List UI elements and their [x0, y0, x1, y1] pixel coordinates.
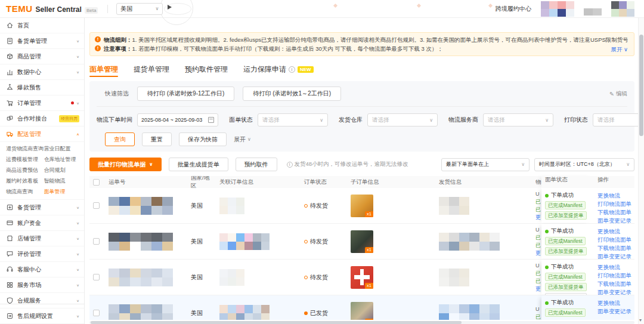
tab-1[interactable]: 提货单管理	[134, 62, 169, 76]
redacted-user-avatar[interactable]	[611, 1, 634, 17]
edit-quick-filter-link[interactable]: ✎ 编辑	[609, 90, 627, 98]
action-link[interactable]: 面单变更记录	[597, 307, 631, 315]
sidebar-item-4[interactable]: 爆款预售	[0, 80, 84, 95]
sidebar-subitem[interactable]: 面单管理	[44, 186, 82, 197]
row-checkbox[interactable]	[93, 238, 100, 245]
success-dot	[545, 230, 549, 233]
region-select[interactable]: 美国 ∨	[116, 3, 163, 15]
filter-select-1[interactable]: 请选择∨	[367, 113, 438, 126]
action-link[interactable]: 下载物流面单	[597, 208, 631, 216]
date-range-input[interactable]: 2025-08-04 ~ 2025-09-03	[137, 113, 218, 126]
vertical-scrollbar-thumb[interactable]	[639, 35, 643, 136]
brand[interactable]: TEMU Seller Central Beta	[0, 4, 98, 14]
sidebar-subitem[interactable]: 智能物流	[44, 175, 82, 186]
sidebar-item-13[interactable]: 服务市场∨	[0, 277, 84, 293]
sidebar-item-1[interactable]: 备货单管理∨	[0, 33, 84, 49]
sidebar-subitem[interactable]: 履约时效看板	[6, 175, 44, 186]
select-all-checkbox[interactable]	[93, 179, 100, 186]
sidebar-item-6[interactable]: 合作对接台经营日历	[0, 111, 84, 126]
product-thumbnail-dark-photo-frame[interactable]: x1	[351, 230, 373, 253]
reset-button[interactable]: 重置	[142, 132, 172, 146]
action-link[interactable]: 面单变更记录	[597, 288, 631, 295]
mosaic-cell	[261, 233, 270, 242]
mosaic-cell	[449, 242, 459, 251]
tab-3[interactable]: 运力保障申请iNEW	[243, 62, 314, 76]
sidebar-item-7[interactable]: 配送管理∧	[0, 126, 84, 142]
sidebar-item-2[interactable]: 商品管理∨	[0, 49, 84, 64]
tab-2[interactable]: 预约取件管理	[185, 62, 228, 76]
row-checkbox[interactable]	[93, 310, 100, 316]
sidebar-item-8[interactable]: 备货管理∨	[0, 200, 84, 215]
horizontal-scrollbar[interactable]	[89, 321, 634, 324]
action-link[interactable]: 更换物流	[597, 227, 631, 235]
action-link[interactable]: 打印物流面单	[597, 236, 631, 243]
timezone-select[interactable]: 时间显示时区：UTC+8（北京） ∨	[534, 158, 634, 171]
mosaic-cell	[141, 269, 151, 277]
action-link[interactable]: 更换物流	[597, 263, 631, 271]
filter-select-0[interactable]: 请选择∨	[258, 113, 328, 126]
sidebar-item-5[interactable]: 订单管理∨	[0, 95, 84, 111]
sidebar-item-0[interactable]: 首页	[0, 18, 84, 33]
sidebar-item-label: 数据中心	[17, 68, 41, 76]
quick-filter-option-0[interactable]: 待打印 (承诺时效9-12工作日)	[137, 87, 234, 101]
sidebar-item-10[interactable]: 店铺管理∨	[0, 231, 84, 246]
mosaic-cell	[439, 242, 449, 251]
banner-expand-link[interactable]: 展开 ∨	[607, 46, 628, 54]
warning-icon: !	[95, 36, 101, 42]
collapse-sidebar-icon[interactable]: ⇤	[38, 310, 44, 318]
sub-order-cell: x1	[347, 188, 435, 223]
mosaic-cell	[151, 304, 162, 313]
query-button[interactable]: 查询	[105, 132, 135, 146]
action-link[interactable]: 下载物流面单	[597, 280, 631, 288]
vertical-scrollbar[interactable]: ▾	[638, 18, 644, 324]
sidebar-item-12[interactable]: 客服中心∨	[0, 262, 84, 277]
mosaic-cell	[228, 277, 236, 286]
appointment-pickup-button[interactable]: 预约取件	[236, 158, 277, 171]
action-link[interactable]: 面单变更记录	[597, 252, 631, 259]
sidebar-item-3[interactable]: 数据中心∨	[0, 64, 84, 80]
tab-0[interactable]: 面单管理	[89, 62, 118, 76]
sidebar-item-11[interactable]: 评价管理∨	[0, 246, 84, 262]
product-thumbnail-gold-artwork[interactable]: x1	[351, 195, 373, 217]
appointment-label: 预约取件	[244, 161, 268, 169]
filter-select-2[interactable]: 请选择∨	[483, 113, 553, 126]
label-status-text: 下单成功	[551, 263, 574, 271]
pencil-icon: ✎	[609, 91, 614, 97]
batch-print-label: 批量打印物流单据	[98, 161, 145, 169]
chevron-down-icon: ∨	[76, 101, 79, 104]
sidebar-subitem[interactable]: 合同规划	[44, 165, 82, 175]
action-link[interactable]: 打印物流面单	[597, 271, 631, 279]
batch-print-button[interactable]: 批量打印物流单据 ∨	[89, 158, 162, 171]
sidebar-subitem[interactable]: 运费模板管理	[6, 154, 44, 165]
action-link[interactable]: 打印物流面单	[597, 200, 631, 208]
redacted-store-avatar[interactable]	[541, 1, 574, 17]
mosaic-cell	[141, 242, 151, 251]
sidebar-subitem[interactable]: 营业日配置	[44, 143, 82, 154]
action-link[interactable]: 下载物流面单	[597, 244, 631, 252]
quick-filter-option-1[interactable]: 待打印 (承诺时效1～2工作日)	[243, 87, 341, 101]
action-link[interactable]: 更换物流	[597, 299, 631, 307]
batch-picklist-button[interactable]: 批量生成提货单	[169, 158, 228, 171]
product-thumbnail-framed-artwork[interactable]: x1	[351, 302, 373, 320]
clipped-line: U	[535, 306, 541, 313]
row-checkbox[interactable]	[93, 202, 100, 209]
mosaic-cell	[490, 233, 500, 242]
order-status: 待发货	[304, 273, 328, 282]
save-quick-filter-button[interactable]: 保存为快筛	[179, 132, 227, 146]
product-thumbnail-red-white-cross[interactable]: x1	[351, 266, 373, 289]
fulfillment-center-link[interactable]: 跨境履约中心	[496, 5, 531, 13]
order-status-text: 已发货	[310, 309, 328, 317]
row-checkbox[interactable]	[93, 274, 100, 280]
mosaic-cell	[459, 206, 469, 215]
action-link[interactable]: 面单变更记录	[597, 217, 631, 223]
expand-filters-link[interactable]: 展开 ∨	[234, 135, 251, 144]
filter-select-3[interactable]: 请选择∨	[593, 113, 638, 126]
sidebar-subitem[interactable]: 商品运费预估	[6, 165, 44, 175]
sidebar-subitem[interactable]: 退货物流商查询	[6, 143, 44, 154]
horizontal-scrollbar-thumb[interactable]	[91, 321, 462, 324]
sidebar-subitem[interactable]: 物流商查询	[6, 186, 44, 197]
sort-order-select[interactable]: 最新下单面单在上 ∨	[441, 158, 530, 171]
sidebar-subitem[interactable]: 仓库地址管理	[44, 154, 82, 165]
sidebar-item-9[interactable]: 账户资金∨	[0, 215, 84, 231]
action-link[interactable]: 更换物流	[597, 192, 631, 199]
